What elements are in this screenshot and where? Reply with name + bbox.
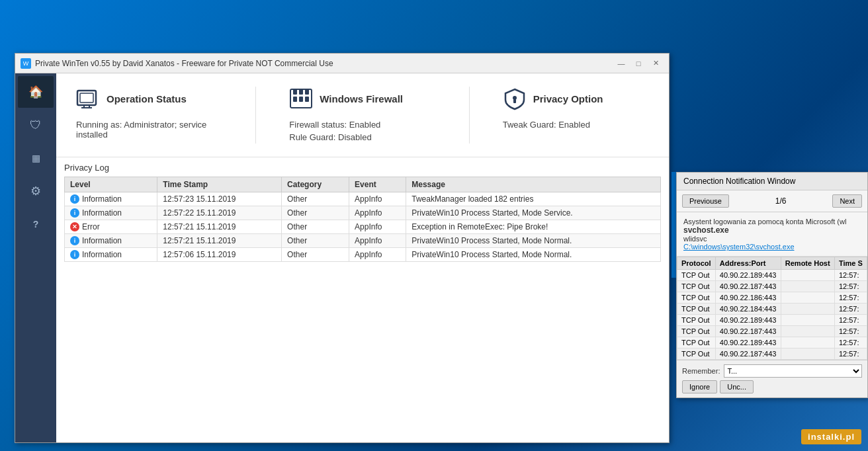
- notification-title-bar: Connection Notification Window: [677, 173, 867, 190]
- remote-host-cell: [781, 281, 834, 292]
- notification-body: Asystent logowania za pomocą konta Micro…: [677, 212, 867, 257]
- table-row[interactable]: i Information 12:57:06 15.11.2019 Other …: [65, 248, 661, 262]
- next-button[interactable]: Next: [832, 194, 862, 208]
- firewall-panel-icon: [289, 87, 313, 110]
- timestamp-cell: 12:57:21 15.11.2019: [157, 220, 282, 234]
- remember-row: Remember: T... Always Session: [682, 364, 862, 378]
- level-label: Information: [82, 236, 122, 245]
- firewall-title: Windows Firewall: [320, 93, 403, 104]
- notification-footer: Remember: T... Always Session Ignore Unc…: [677, 360, 867, 397]
- connection-row[interactable]: TCP Out 40.90.22.187:443 12:57:: [677, 281, 867, 292]
- col-time: Time S: [834, 257, 867, 270]
- svg-rect-13: [513, 99, 516, 103]
- connection-row[interactable]: TCP Out 40.90.22.187:443 12:57:: [677, 348, 867, 360]
- info-icon: i: [70, 208, 79, 218]
- process-name-2: wlidsvc: [683, 235, 861, 243]
- category-cell: Other: [282, 234, 349, 248]
- operation-status-panel: Operation Status Running as: Administrat…: [76, 87, 222, 144]
- tweak-guard-status: Tweak Guard: Enabled: [503, 118, 590, 131]
- sidebar-item-security[interactable]: 🛡: [18, 109, 54, 141]
- col-category: Category: [282, 177, 349, 192]
- notification-window: Connection Notification Window Previouse…: [676, 172, 868, 398]
- connection-row[interactable]: TCP Out 40.90.22.187:443 12:57:: [677, 326, 867, 337]
- remember-label: Remember:: [682, 367, 720, 375]
- operation-status-icon: [76, 87, 100, 110]
- level-label: Information: [82, 250, 122, 259]
- connection-row[interactable]: TCP Out 40.90.22.189:443 12:57:: [677, 315, 867, 326]
- remote-host-cell: [781, 304, 834, 315]
- status-panels: Operation Status Running as: Administrat…: [56, 73, 669, 157]
- title-bar-left: W Private WinTen v0.55 by David Xanatos …: [21, 58, 333, 69]
- protocol-cell: TCP Out: [677, 292, 716, 304]
- level-cell: i Information: [65, 192, 157, 206]
- process-path[interactable]: C:\windows\system32\svchost.exe: [683, 243, 861, 251]
- sidebar-item-help[interactable]: ?: [18, 208, 54, 240]
- sidebar-item-home[interactable]: 🏠: [18, 76, 54, 108]
- title-bar-controls: — □ ✕: [613, 57, 664, 70]
- process-name-1: svchost.exe: [683, 226, 861, 235]
- address-cell: 40.90.22.187:443: [715, 348, 781, 360]
- event-cell: AppInfo: [349, 192, 406, 206]
- firewall-panel: Windows Firewall Firewall status: Enable…: [289, 87, 435, 144]
- event-cell: AppInfo: [349, 248, 406, 262]
- connection-row[interactable]: TCP Out 40.90.22.189:443 12:57:: [677, 270, 867, 281]
- timestamp-cell: 12:57:06 15.11.2019: [157, 248, 282, 262]
- sidebar-item-firewall[interactable]: ▦: [18, 142, 54, 174]
- protocol-cell: TCP Out: [677, 270, 716, 281]
- privacy-panel-icon: [503, 87, 527, 110]
- minimize-button[interactable]: —: [613, 57, 629, 70]
- protocol-cell: TCP Out: [677, 326, 716, 337]
- remember-dropdown[interactable]: T... Always Session: [724, 364, 862, 378]
- connections-body: TCP Out 40.90.22.189:443 12:57: TCP Out …: [677, 270, 867, 360]
- protocol-cell: TCP Out: [677, 348, 716, 360]
- connections-header: Protocol Address:Port Remote Host Time S: [677, 257, 867, 270]
- level-label: Information: [82, 208, 122, 218]
- table-row[interactable]: i Information 12:57:22 15.11.2019 Other …: [65, 206, 661, 220]
- time-cell: 12:57:: [834, 270, 867, 281]
- message-cell: Exception in RemoteExec: Pipe Broke!: [406, 220, 661, 234]
- privacy-log-title: Privacy Log: [64, 163, 661, 173]
- watermark: instalki.pl: [801, 429, 861, 444]
- sidebar-item-settings[interactable]: ⚙: [18, 175, 54, 207]
- maximize-button[interactable]: □: [630, 57, 646, 70]
- time-cell: 12:57:: [834, 304, 867, 315]
- close-button[interactable]: ✕: [648, 57, 664, 70]
- remote-host-cell: [781, 270, 834, 281]
- time-cell: 12:57:: [834, 337, 867, 348]
- time-cell: 12:57:: [834, 281, 867, 292]
- ignore-button[interactable]: Ignore: [682, 380, 717, 393]
- operation-status-header: Operation Status: [76, 87, 187, 110]
- category-cell: Other: [282, 206, 349, 220]
- previous-button[interactable]: Previouse: [682, 194, 729, 208]
- privacy-header: Privacy Option: [503, 87, 603, 110]
- svg-rect-6: [293, 89, 297, 95]
- col-level: Level: [65, 177, 157, 192]
- log-table-body: i Information 12:57:23 15.11.2019 Other …: [65, 192, 661, 262]
- remote-host-cell: [781, 292, 834, 304]
- protocol-cell: TCP Out: [677, 304, 716, 315]
- category-cell: Other: [282, 192, 349, 206]
- event-cell: AppInfo: [349, 234, 406, 248]
- level-cell: i Information: [65, 234, 157, 248]
- info-icon: i: [70, 194, 79, 204]
- connection-row[interactable]: TCP Out 40.90.22.184:443 12:57:: [677, 304, 867, 315]
- table-row[interactable]: i Information 12:57:23 15.11.2019 Other …: [65, 192, 661, 206]
- time-cell: 12:57:: [834, 348, 867, 360]
- event-cell: AppInfo: [349, 220, 406, 234]
- timestamp-cell: 12:57:21 15.11.2019: [157, 234, 282, 248]
- svg-rect-11: [305, 97, 309, 102]
- protocol-cell: TCP Out: [677, 337, 716, 348]
- table-row[interactable]: i Information 12:57:21 15.11.2019 Other …: [65, 234, 661, 248]
- unconfigured-button[interactable]: Unc...: [720, 380, 754, 393]
- table-row[interactable]: ✕ Error 12:57:21 15.11.2019 Other AppInf…: [65, 220, 661, 234]
- col-address: Address:Port: [715, 257, 781, 270]
- log-table-header: Level Time Stamp Category Event Message: [65, 177, 661, 192]
- connection-row[interactable]: TCP Out 40.90.22.186:443 12:57:: [677, 292, 867, 304]
- connections-table: Protocol Address:Port Remote Host Time S…: [677, 257, 867, 360]
- time-cell: 12:57:: [834, 326, 867, 337]
- notification-nav: Previouse 1/6 Next: [677, 190, 867, 212]
- level-cell: ✕ Error: [65, 220, 157, 234]
- col-protocol: Protocol: [677, 257, 716, 270]
- main-window: W Private WinTen v0.55 by David Xanatos …: [15, 53, 670, 443]
- connection-row[interactable]: TCP Out 40.90.22.189:443 12:57:: [677, 337, 867, 348]
